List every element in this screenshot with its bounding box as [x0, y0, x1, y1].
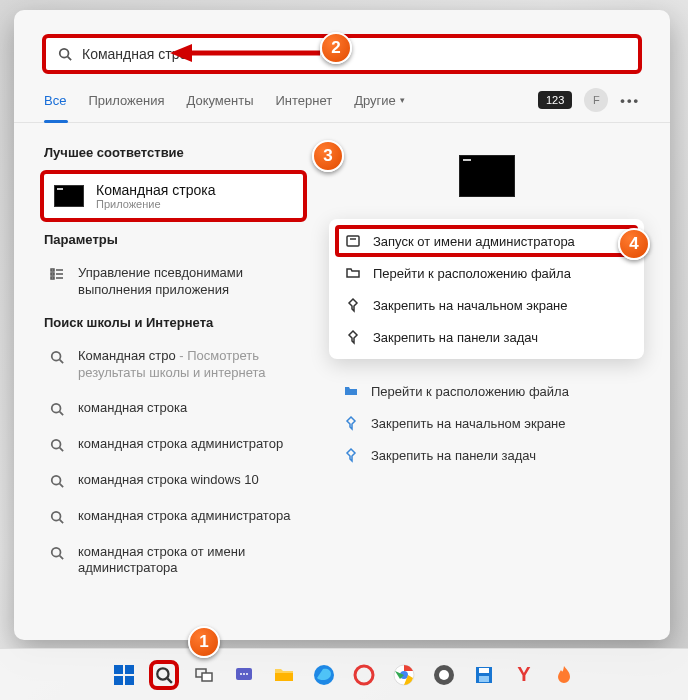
web-result[interactable]: командная строка администратора [40, 500, 311, 534]
taskbar: Y [0, 648, 688, 700]
start-button[interactable] [109, 660, 139, 690]
shield-icon [345, 233, 361, 249]
web-result[interactable]: командная строка от имени администратора [40, 536, 311, 586]
cmd-icon [54, 185, 84, 207]
search-icon [48, 400, 66, 418]
context-pin-taskbar[interactable]: Закрепить на панели задач [335, 321, 638, 353]
folder-icon [343, 383, 359, 399]
taskbar-app-save[interactable] [469, 660, 499, 690]
user-avatar[interactable]: F [584, 88, 608, 112]
taskbar-app-circle[interactable] [429, 660, 459, 690]
svg-line-17 [60, 519, 64, 523]
action-pin-taskbar[interactable]: Закрепить на панели задач [329, 439, 644, 471]
svg-point-25 [157, 668, 168, 679]
context-run-as-admin[interactable]: Запуск от имени администратора [335, 225, 638, 257]
svg-rect-33 [275, 673, 293, 681]
svg-point-16 [52, 511, 61, 520]
taskbar-app-flame[interactable] [549, 660, 579, 690]
svg-rect-21 [114, 665, 123, 674]
preview-pane: Запуск от имени администратора Перейти к… [319, 123, 670, 633]
best-match-item[interactable]: Командная строка Приложение [40, 170, 307, 222]
svg-line-15 [60, 483, 64, 487]
svg-rect-3 [51, 273, 54, 275]
annotation-arrow [170, 38, 320, 68]
search-icon [48, 508, 66, 526]
svg-rect-43 [479, 676, 489, 682]
svg-line-11 [60, 411, 64, 415]
heading-web: Поиск школы и Интернета [44, 315, 307, 330]
svg-rect-20 [347, 236, 359, 246]
annotation-marker-4: 4 [618, 228, 650, 260]
svg-point-35 [355, 666, 373, 684]
taskbar-chrome[interactable] [389, 660, 419, 690]
filter-tabs: Все Приложения Документы Интернет Другие… [14, 88, 670, 123]
search-icon [48, 348, 66, 366]
svg-point-32 [246, 673, 248, 675]
svg-point-0 [60, 49, 69, 58]
taskbar-explorer[interactable] [269, 660, 299, 690]
context-open-location[interactable]: Перейти к расположению файла [335, 257, 638, 289]
action-pin-start[interactable]: Закрепить на начальном экране [329, 407, 644, 439]
rewards-badge[interactable]: 123 [538, 91, 572, 109]
heading-params: Параметры [44, 232, 307, 247]
action-open-location[interactable]: Перейти к расположению файла [329, 375, 644, 407]
annotation-marker-3: 3 [312, 140, 344, 172]
web-result[interactable]: командная строка администратор [40, 428, 311, 462]
svg-point-10 [52, 403, 61, 412]
more-icon[interactable]: ••• [620, 93, 640, 108]
tab-apps[interactable]: Приложения [88, 93, 164, 108]
taskbar-search-button[interactable] [149, 660, 179, 690]
svg-rect-42 [479, 668, 489, 673]
svg-rect-2 [51, 269, 54, 271]
taskbar-edge[interactable] [309, 660, 339, 690]
svg-line-1 [68, 57, 72, 61]
app-preview-icon [459, 155, 515, 197]
svg-point-12 [52, 439, 61, 448]
svg-point-40 [439, 670, 449, 680]
search-icon [48, 436, 66, 454]
pin-icon [343, 415, 359, 431]
svg-line-9 [60, 359, 64, 363]
svg-point-31 [243, 673, 245, 675]
best-match-title: Командная строка [96, 182, 215, 198]
settings-list-icon [48, 265, 66, 283]
search-icon [48, 544, 66, 562]
taskbar-yandex[interactable]: Y [509, 660, 539, 690]
search-icon [58, 47, 72, 61]
svg-rect-22 [125, 665, 134, 674]
context-menu: Запуск от имени администратора Перейти к… [329, 219, 644, 359]
tab-other[interactable]: Другие ▾ [354, 93, 405, 108]
annotation-marker-2: 2 [320, 32, 352, 64]
svg-rect-23 [114, 676, 123, 685]
results-left-column: Лучшее соответствие Командная строка При… [14, 123, 319, 633]
svg-point-14 [52, 475, 61, 484]
pin-icon [343, 447, 359, 463]
web-result[interactable]: командная строка windows 10 [40, 464, 311, 498]
taskbar-chat[interactable] [229, 660, 259, 690]
tab-internet[interactable]: Интернет [275, 93, 332, 108]
context-pin-start[interactable]: Закрепить на начальном экране [335, 289, 638, 321]
svg-rect-4 [51, 277, 54, 279]
svg-rect-28 [202, 673, 212, 681]
tab-all[interactable]: Все [44, 93, 66, 108]
tab-documents[interactable]: Документы [186, 93, 253, 108]
web-result[interactable]: командная строка [40, 392, 311, 426]
chevron-down-icon: ▾ [400, 95, 405, 105]
heading-best-match: Лучшее соответствие [44, 145, 307, 160]
svg-point-30 [240, 673, 242, 675]
svg-point-18 [52, 547, 61, 556]
svg-line-13 [60, 447, 64, 451]
annotation-marker-1: 1 [188, 626, 220, 658]
pin-icon [345, 329, 361, 345]
svg-line-26 [167, 678, 172, 683]
search-icon [48, 472, 66, 490]
svg-line-19 [60, 555, 64, 559]
taskbar-app-spiral[interactable] [349, 660, 379, 690]
web-result[interactable]: Командная стро - Посмотреть результаты ш… [40, 340, 311, 390]
best-match-subtitle: Приложение [96, 198, 215, 210]
svg-point-8 [52, 352, 61, 361]
pin-icon [345, 297, 361, 313]
svg-rect-24 [125, 676, 134, 685]
taskbar-taskview[interactable] [189, 660, 219, 690]
settings-result-aliases[interactable]: Управление псевдонимами выполнения прило… [40, 257, 311, 307]
